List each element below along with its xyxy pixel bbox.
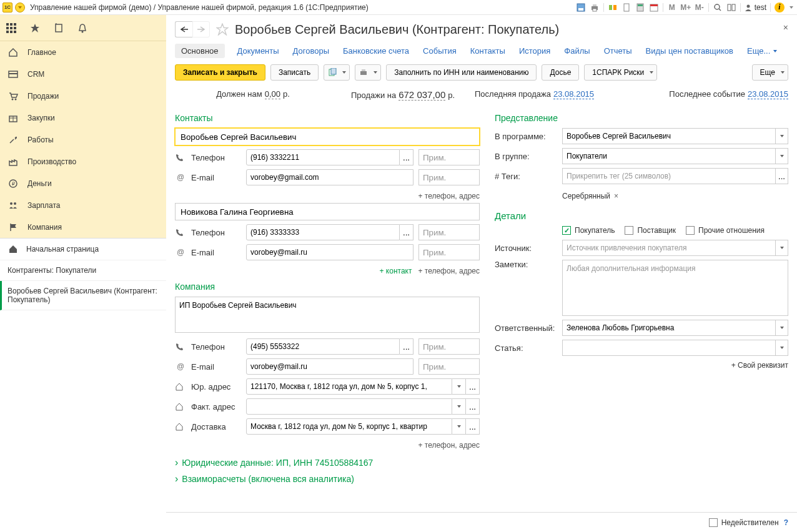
tab-main[interactable]: Основное xyxy=(175,44,225,58)
document-icon[interactable] xyxy=(621,2,631,12)
sidebar-item-money[interactable]: ₽Деньги xyxy=(0,172,166,194)
buyer-checkbox[interactable]: Покупатель xyxy=(562,226,615,235)
add-contact-link[interactable]: + контакт xyxy=(380,267,412,275)
bell-icon[interactable] xyxy=(76,22,89,34)
notes-textarea[interactable] xyxy=(562,260,788,316)
print-icon[interactable] xyxy=(590,2,600,12)
sidebar-item-salary[interactable]: Зарплата xyxy=(0,194,166,216)
sidebar-item-main[interactable]: Главное xyxy=(0,41,166,63)
contact1-name-input[interactable] xyxy=(175,128,480,145)
save-close-button[interactable]: Записать и закрыть xyxy=(175,64,265,81)
calendar-icon[interactable] xyxy=(649,2,659,12)
phone-more-button[interactable]: ... xyxy=(400,149,413,165)
tags-more[interactable]: ... xyxy=(776,168,788,184)
settlements-toggle[interactable]: Взаиморасчеты (включена вся аналитика) xyxy=(175,473,480,485)
delivery-input[interactable] xyxy=(246,418,452,435)
m-button[interactable]: M xyxy=(667,2,677,12)
company-email-input[interactable] xyxy=(246,358,413,375)
last-sale-date[interactable]: 23.08.2015 xyxy=(553,89,594,99)
addr-more-button[interactable]: ... xyxy=(466,378,480,395)
more-button[interactable]: Еще xyxy=(752,64,788,81)
panels-icon[interactable] xyxy=(726,2,736,12)
inactive-checkbox[interactable]: Недействителен xyxy=(709,518,779,527)
addr-more-button[interactable]: ... xyxy=(466,418,480,435)
tab-events[interactable]: События xyxy=(422,44,458,58)
tab-contacts[interactable]: Контакты xyxy=(469,44,507,58)
copy-button[interactable] xyxy=(324,64,350,81)
in-program-dd[interactable] xyxy=(776,128,788,144)
tab-prices[interactable]: Виды цен поставщиков xyxy=(645,44,735,58)
source-dd[interactable] xyxy=(776,240,788,256)
history-icon[interactable] xyxy=(52,22,65,34)
tab-files[interactable]: Файлы xyxy=(563,44,591,58)
in-group-dd[interactable] xyxy=(776,148,788,164)
contact1-phone-input[interactable] xyxy=(246,149,400,165)
back-button[interactable] xyxy=(175,21,192,37)
contact2-email-note[interactable] xyxy=(418,244,480,260)
contact1-phone-note[interactable] xyxy=(418,149,480,165)
tab-bank[interactable]: Банковские счета xyxy=(342,44,410,58)
m-plus-button[interactable]: M+ xyxy=(681,2,691,12)
article-input[interactable] xyxy=(562,340,776,356)
addr-more-button[interactable]: ... xyxy=(466,398,480,415)
add-phone-address-3[interactable]: + телефон, адрес xyxy=(418,441,480,450)
star-icon[interactable] xyxy=(29,22,41,34)
apps-grid-icon[interactable] xyxy=(5,22,17,34)
legal-addr-input[interactable] xyxy=(246,378,452,395)
company-phone-input[interactable] xyxy=(246,338,400,355)
titlebar-dropdown-icon[interactable] xyxy=(788,2,795,12)
dossier-button[interactable]: Досье xyxy=(542,64,579,81)
info-icon[interactable]: i xyxy=(775,2,785,12)
forward-button[interactable] xyxy=(192,21,210,37)
save-button[interactable]: Записать xyxy=(270,64,319,81)
print-button[interactable] xyxy=(355,64,381,81)
owes-value[interactable]: 0,00 xyxy=(265,89,280,99)
addr-dd-button[interactable] xyxy=(452,378,466,395)
company-name-input[interactable] xyxy=(175,297,480,333)
sidebar-item-sales[interactable]: Продажи xyxy=(0,85,166,107)
in-program-input[interactable] xyxy=(562,128,776,144)
sidebar-item-works[interactable]: Работы xyxy=(0,129,166,150)
phone-more-button[interactable]: ... xyxy=(400,224,413,240)
breadcrumb-counterparties[interactable]: Контрагенты: Покупатели xyxy=(0,260,166,281)
sidebar-item-company[interactable]: Компания xyxy=(0,216,166,238)
add-requisite-link[interactable]: + Свой реквизит xyxy=(495,361,788,370)
contact1-email-note[interactable] xyxy=(418,169,480,185)
app-menu-dropdown[interactable] xyxy=(15,2,25,12)
addr-dd-button[interactable] xyxy=(452,418,466,435)
add-phone-address-1[interactable]: + телефон, адрес xyxy=(418,192,480,200)
tab-documents[interactable]: Документы xyxy=(236,44,280,58)
sidebar-item-purchases[interactable]: Закупки xyxy=(0,107,166,129)
home-page-link[interactable]: Начальная страница xyxy=(0,239,166,260)
tag-remove-icon[interactable]: × xyxy=(614,192,618,200)
zoom-icon[interactable] xyxy=(713,2,723,12)
user-menu[interactable]: test xyxy=(745,3,766,12)
help-icon[interactable]: ? xyxy=(784,518,788,527)
company-email-note[interactable] xyxy=(418,358,480,375)
tab-reports[interactable]: Отчеты xyxy=(603,44,633,58)
responsible-dd[interactable] xyxy=(776,320,788,336)
contact1-email-input[interactable] xyxy=(246,169,413,185)
compare-icon[interactable] xyxy=(608,2,618,12)
supplier-checkbox[interactable]: Поставщик xyxy=(625,226,676,235)
in-group-input[interactable] xyxy=(562,148,776,164)
save-icon[interactable] xyxy=(576,2,586,12)
addr-dd-button[interactable] xyxy=(452,398,466,415)
sidebar-item-production[interactable]: Производство xyxy=(0,150,166,172)
calculator-icon[interactable] xyxy=(635,2,645,12)
phone-more-button[interactable]: ... xyxy=(400,338,413,355)
sidebar-item-crm[interactable]: CRM xyxy=(0,63,166,85)
legal-data-toggle[interactable]: Юридические данные: ИП, ИНН 745105884167 xyxy=(175,457,480,468)
fill-inn-button[interactable]: Заполнить по ИНН или наименованию xyxy=(386,64,537,81)
source-input[interactable] xyxy=(562,240,776,256)
tab-history[interactable]: История xyxy=(518,44,552,58)
sales-value[interactable]: 672 037,00 xyxy=(398,89,445,101)
contact2-phone-input[interactable] xyxy=(246,224,400,240)
responsible-input[interactable] xyxy=(562,320,776,336)
add-phone-address-2[interactable]: + телефон, адрес xyxy=(418,267,480,275)
other-checkbox[interactable]: Прочие отношения xyxy=(686,226,765,235)
contact2-phone-note[interactable] xyxy=(418,224,480,240)
favorite-star-icon[interactable] xyxy=(215,22,230,37)
close-icon[interactable]: × xyxy=(783,22,788,32)
spark-button[interactable]: 1СПАРК Риски xyxy=(584,64,657,81)
